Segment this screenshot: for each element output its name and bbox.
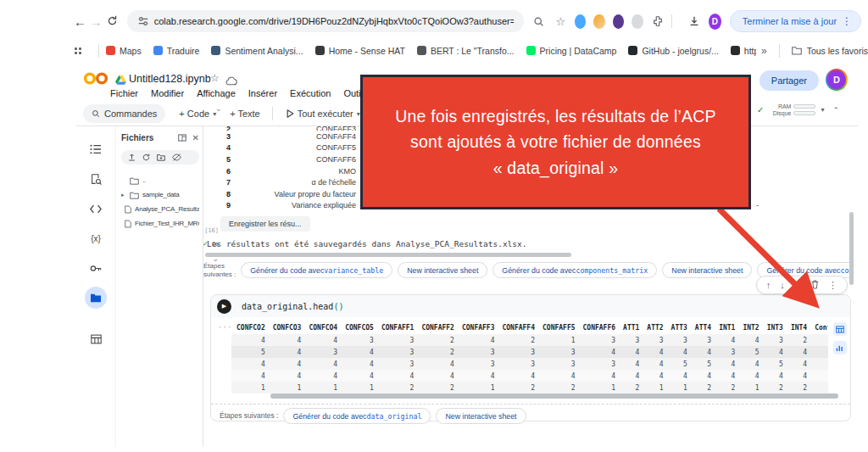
browser-menu-icon[interactable]: ⋮ [842, 15, 852, 27]
df-column-header[interactable]: INT4 [786, 321, 810, 334]
generate-code-button[interactable]: Générer du code avec variance_table [241, 262, 392, 278]
code-snippets-icon[interactable] [85, 198, 107, 220]
df-column-header[interactable]: ATT4 [690, 321, 714, 334]
notebook-vertical-scrollbar[interactable] [849, 212, 854, 285]
bookmark-item[interactable]: Home - Sense HAT [315, 46, 405, 56]
delete-cell-icon[interactable] [811, 280, 819, 291]
df-column-header[interactable]: INT2 [737, 321, 761, 334]
collapse-header-icon[interactable]: ⌃ [832, 106, 839, 114]
all-favorites-button[interactable]: Tous les favoris [792, 46, 868, 56]
bookmark-item[interactable]: Sentiment Analysi... [211, 46, 303, 56]
hide-panel-eye-icon[interactable] [172, 153, 181, 161]
extension-icon-3[interactable] [613, 14, 624, 29]
download-icon[interactable] [687, 13, 701, 30]
edit-cell-icon[interactable]: ✎ [794, 281, 802, 290]
commands-button[interactable]: Commandes [83, 104, 165, 123]
bookmark-star-icon[interactable]: ☆ [554, 13, 567, 30]
add-code-button[interactable]: + Code▾ [179, 109, 216, 119]
browser-profile-avatar[interactable]: D [709, 14, 721, 30]
more-cell-actions-icon[interactable]: ⋮ [828, 281, 837, 290]
menu-modifier[interactable]: Modifier [151, 88, 184, 98]
find-replace-icon[interactable] [85, 168, 107, 190]
df-column-header[interactable]: CONFCO4 [303, 321, 340, 334]
mount-drive-icon[interactable] [157, 153, 165, 161]
menu-fichier[interactable]: Fichier [110, 88, 138, 98]
bookmark-item[interactable]: Maps [106, 46, 142, 56]
move-cell-down-icon[interactable]: ↓ [780, 281, 785, 290]
tree-folder[interactable]: .. [121, 173, 199, 187]
url-bar[interactable]: colab.research.google.com/drive/19DH6Pou… [127, 10, 524, 32]
update-browser-button[interactable]: Terminer la mise à jour ⋮ [730, 10, 861, 32]
chart-suggestions-icon[interactable] [833, 341, 847, 354]
interactive-table-icon[interactable] [833, 322, 847, 336]
open-in-new-panel-icon[interactable] [178, 134, 186, 142]
star-notebook-icon[interactable]: ☆ [210, 72, 220, 84]
save-results-button[interactable]: Enregistrer les résu... [220, 216, 310, 232]
df-column-header[interactable]: CONFAFF4 [497, 321, 537, 334]
output-horizontal-scrollbar[interactable] [205, 253, 571, 257]
bookmark-item[interactable]: GitHub - joelgrus/... [628, 46, 718, 56]
refresh-icon[interactable] [104, 14, 120, 29]
df-column-header[interactable]: CONFCO5 [340, 321, 376, 334]
dataframe-table[interactable]: CONFCO2CONFCO3CONFCO4CONFCO5CONFAFF1CONF… [231, 321, 828, 393]
df-column-header[interactable]: CONFAFF5 [537, 321, 578, 334]
files-icon[interactable] [85, 287, 107, 309]
bookmark-item[interactable]: Pricing | DataCamp [526, 46, 617, 56]
df-row[interactable]: 444332421333334432-0.083603 [231, 334, 828, 346]
extension-icon-2[interactable] [593, 14, 604, 29]
extension-icon-1[interactable] [575, 14, 586, 29]
share-button[interactable]: Partager [760, 70, 819, 91]
zoom-icon[interactable] [532, 13, 546, 30]
tree-file[interactable]: Fichier_Test_IHR_MRC.xlsx [121, 216, 199, 231]
expand-caret-icon[interactable]: ▸ [121, 192, 126, 198]
df-column-header[interactable]: ConfianceAffective [810, 321, 828, 334]
resources-cluster[interactable]: ✓ RAM Disque ▾ ⌃ [757, 103, 839, 116]
upload-icon[interactable] [128, 153, 136, 161]
tree-folder[interactable]: ▸sample_data [121, 187, 199, 202]
df-row[interactable]: 111122122121122122-1.623446 [231, 382, 828, 393]
dataframe-horizontal-scrollbar[interactable] [270, 393, 838, 399]
menu-insérer[interactable]: Insérer [248, 88, 277, 98]
df-column-header[interactable]: INT1 [714, 321, 737, 334]
menu-affichage[interactable]: Affichage [197, 88, 236, 98]
move-cell-up-icon[interactable]: ↑ [766, 281, 771, 290]
df-column-header[interactable]: CONFAFF3 [457, 321, 498, 334]
df-column-header[interactable]: ATT3 [666, 321, 690, 334]
chevron-down-icon[interactable]: ▾ [821, 106, 824, 114]
df-column-header[interactable]: CONFCO3 [268, 321, 304, 334]
apps-grid-icon[interactable] [75, 47, 81, 54]
code-editor-row[interactable]: ▶ data_original.head() [211, 295, 850, 317]
bookmark-item[interactable]: BERT : Le "Transfo... [417, 46, 515, 56]
back-icon[interactable]: ← [72, 14, 88, 29]
url-text[interactable]: colab.research.google.com/drive/19DH6Pou… [154, 16, 514, 26]
df-column-header[interactable]: CONFAFF2 [416, 321, 457, 334]
bookmark-item[interactable]: Traduire [153, 46, 200, 56]
df-row[interactable]: 4444444444444444443.308496 [231, 370, 828, 382]
df-column-header[interactable]: CONFCO2 [231, 321, 268, 334]
bookmark-item[interactable]: https://toulouse-d... [731, 46, 756, 56]
df-column-header[interactable]: ATT2 [642, 321, 665, 334]
generate-code-button[interactable]: Générer du code avec data_original [283, 408, 431, 424]
df-row[interactable]: 4444343333445544541.569129 [231, 358, 828, 370]
cell-collapse-icon[interactable]: ⌄ [215, 104, 222, 113]
extensions-puzzle-icon[interactable] [652, 13, 665, 30]
variable-inspector-icon[interactable]: {x} [85, 227, 107, 249]
generate-code-button[interactable]: Générer du code avec components_matrix [492, 262, 657, 278]
secrets-key-icon[interactable] [85, 257, 107, 279]
bookmarks-overflow-icon[interactable]: » [761, 45, 767, 57]
df-column-header[interactable]: CONFAFF6 [578, 321, 619, 334]
new-interactive-sheet-button[interactable]: New interactive sheet [436, 408, 526, 424]
colab-logo-icon[interactable] [83, 71, 108, 89]
tree-file[interactable]: Analyse_PCA_Resultats.xlsx [121, 202, 199, 216]
refresh-files-icon[interactable] [142, 153, 150, 161]
run-cell-button[interactable]: ▶ [217, 299, 231, 314]
site-settings-icon[interactable] [137, 15, 149, 27]
new-interactive-sheet-button[interactable]: New interactive sheet [398, 262, 487, 278]
cloud-status-icon[interactable] [225, 74, 237, 89]
close-files-panel-icon[interactable]: ✕ [192, 133, 199, 142]
data-table-icon[interactable] [85, 328, 107, 350]
df-row[interactable]: 5434323334444435441.185919 [231, 346, 828, 358]
df-column-header[interactable]: ATT1 [618, 321, 642, 334]
df-column-header[interactable]: INT3 [762, 321, 786, 334]
table-of-contents-icon[interactable] [85, 138, 107, 160]
